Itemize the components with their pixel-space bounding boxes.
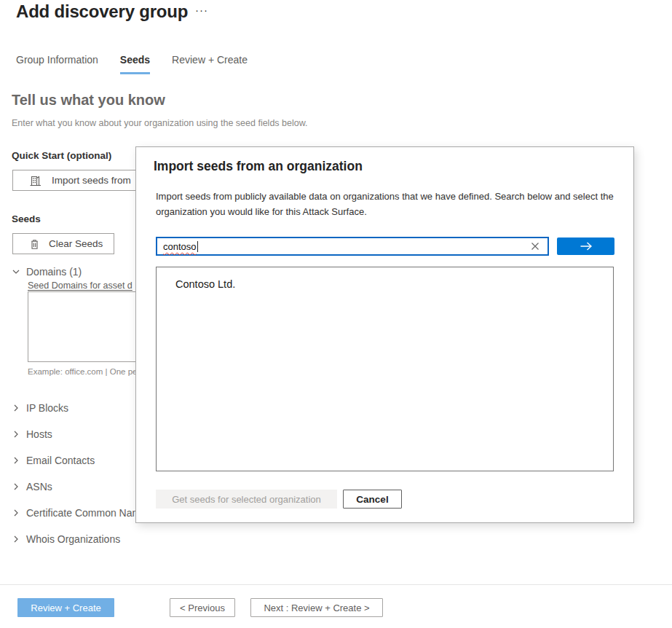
previous-button[interactable]: < Previous [170, 598, 235, 617]
ip-blocks-section-label: IP Blocks [26, 402, 68, 414]
page-title: Add discovery group [16, 1, 188, 22]
quick-start-label: Quick Start (optional) [12, 150, 111, 161]
chevron-right-icon [12, 535, 20, 543]
add-discovery-group-page: Add discovery group ··· Group Informatio… [0, 0, 672, 628]
seeds-label: Seeds [12, 213, 41, 224]
organization-results-list: Contoso Ltd. [156, 267, 614, 471]
email-contacts-section-toggle[interactable]: Email Contacts [12, 453, 95, 468]
tab-group-information[interactable]: Group Information [16, 54, 98, 74]
whois-organizations-section-label: Whois Organizations [26, 533, 120, 545]
organization-building-icon [29, 174, 41, 187]
hosts-section-label: Hosts [26, 428, 52, 440]
chevron-right-icon [12, 482, 20, 491]
search-submit-button[interactable] [557, 238, 614, 255]
organization-result-item[interactable]: Contoso Ltd. [157, 267, 613, 290]
text-cursor [197, 241, 198, 252]
next-review-create-button[interactable]: Next : Review + Create > [250, 598, 383, 617]
email-contacts-section-label: Email Contacts [26, 455, 95, 466]
section-heading: Tell us what you know [12, 92, 165, 109]
footer-divider [0, 584, 672, 585]
dialog-title: Import seeds from an organization [154, 159, 363, 174]
get-seeds-button[interactable]: Get seeds for selected organization [156, 490, 337, 509]
domains-section-label: Domains (1) [26, 266, 82, 278]
import-seeds-button-label: Import seeds from [52, 175, 131, 186]
asns-section-label: ASNs [26, 481, 52, 492]
asns-section-toggle[interactable]: ASNs [12, 479, 52, 494]
cancel-button[interactable]: Cancel [343, 490, 402, 509]
domains-section-toggle[interactable]: Domains (1) [12, 266, 82, 278]
trash-icon [29, 238, 40, 250]
tab-seeds[interactable]: Seeds [120, 54, 150, 74]
whois-organizations-section-toggle[interactable]: Whois Organizations [12, 532, 120, 546]
chevron-right-icon [12, 430, 20, 439]
chevron-right-icon [12, 509, 20, 517]
organization-search-input[interactable]: contoso [156, 237, 549, 256]
more-options-button[interactable]: ··· [192, 0, 211, 20]
chevron-right-icon [12, 456, 20, 465]
chevron-down-icon [12, 267, 20, 276]
organization-search-value: contoso [163, 241, 197, 252]
tab-review-create[interactable]: Review + Create [172, 54, 248, 74]
review-create-button[interactable]: Review + Create [17, 598, 114, 617]
ellipsis-icon: ··· [195, 4, 208, 16]
certificate-common-names-section-toggle[interactable]: Certificate Common Names [12, 506, 151, 520]
clear-seeds-button-label: Clear Seeds [49, 238, 103, 249]
ip-blocks-section-toggle[interactable]: IP Blocks [12, 401, 68, 415]
certificate-common-names-section-label: Certificate Common Names [26, 507, 151, 519]
import-seeds-dialog: Import seeds from an organization Import… [135, 146, 634, 523]
clear-search-icon[interactable] [529, 240, 542, 253]
clear-seeds-button[interactable]: Clear Seeds [12, 233, 114, 254]
wizard-tabs: Group Information Seeds Review + Create [16, 54, 248, 74]
dialog-description: Import seeds from publicly available dat… [156, 189, 616, 220]
chevron-right-icon [12, 404, 20, 412]
hosts-section-toggle[interactable]: Hosts [12, 427, 52, 441]
section-description: Enter what you know about your organizat… [12, 118, 308, 128]
arrow-right-icon [580, 241, 593, 251]
seed-domains-field-label: Seed Domains for asset d [28, 280, 133, 291]
